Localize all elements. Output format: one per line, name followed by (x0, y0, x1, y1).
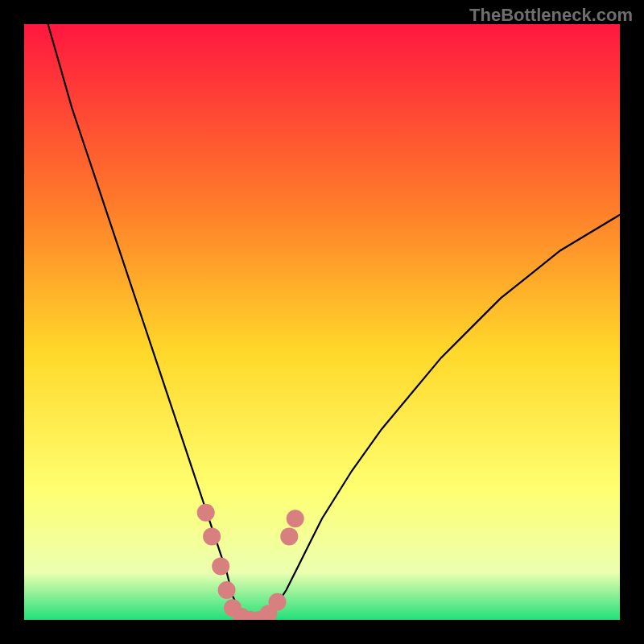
gradient-background (24, 24, 620, 620)
curve-marker (212, 557, 229, 575)
curve-marker (269, 593, 287, 611)
curve-marker (218, 581, 236, 599)
plot-area (24, 24, 620, 620)
curve-marker (203, 527, 221, 545)
curve-marker (280, 527, 298, 545)
chart-svg (24, 24, 620, 620)
curve-marker (197, 504, 215, 522)
chart-frame: TheBottleneck.com (0, 0, 644, 644)
watermark-text: TheBottleneck.com (469, 5, 633, 26)
curve-marker (287, 510, 304, 527)
